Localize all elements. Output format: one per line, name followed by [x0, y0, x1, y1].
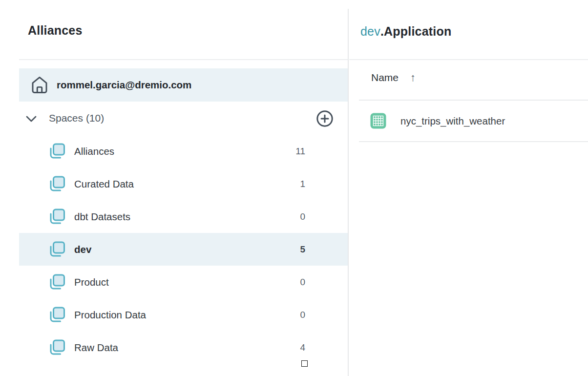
table-row-nyc-trips-with-weather[interactable]: nyc_trips_with_weather: [359, 101, 588, 141]
breadcrumb-current: .Application: [380, 24, 451, 38]
sort-ascending-icon: ↑: [410, 72, 416, 83]
space-icon: [49, 339, 65, 356]
space-item-production-data[interactable]: Production Data 0: [19, 298, 348, 331]
space-item-count: 0: [300, 211, 305, 222]
spaces-section-header: Spaces (10): [19, 109, 348, 129]
divider: [19, 59, 348, 60]
space-icon: [49, 209, 65, 225]
chevron-down-icon[interactable]: [26, 116, 37, 122]
space-item-count: 4: [300, 342, 305, 353]
plus-circle-icon: [316, 110, 334, 127]
home-item-label: rommel.garcia@dremio.com: [57, 79, 191, 91]
home-space-item[interactable]: rommel.garcia@dremio.com: [19, 68, 348, 102]
dataset-browser-panel: dev.Application Name ↑ nyc_trips_with_we…: [349, 0, 588, 376]
breadcrumb-space-link[interactable]: dev: [360, 24, 380, 38]
space-item-dbt-datasets[interactable]: dbt Datasets 0: [19, 200, 348, 233]
space-item-count: 1: [300, 179, 305, 189]
catalog-sidebar: Alliances rommel.garcia@dremio.com Space…: [0, 0, 348, 376]
space-icon: [49, 274, 65, 291]
space-item-label: Curated Data: [74, 178, 134, 190]
divider: [359, 141, 588, 142]
breadcrumb: dev.Application: [360, 24, 451, 39]
text-cursor-artifact: [301, 360, 308, 367]
space-item-alliances[interactable]: Alliances 11: [19, 135, 348, 167]
space-item-count: 0: [300, 310, 305, 320]
space-icon: [49, 143, 65, 160]
space-item-raw-data[interactable]: Raw Data 4: [19, 331, 348, 364]
space-item-label: dev: [74, 244, 91, 255]
page-title: Alliances: [28, 23, 83, 38]
dataset-name: nyc_trips_with_weather: [400, 115, 505, 127]
column-header-name[interactable]: Name ↑: [371, 72, 416, 84]
space-item-count: 0: [300, 277, 305, 288]
spaces-section-label[interactable]: Spaces (10): [49, 112, 104, 124]
space-item-dev[interactable]: dev 5: [19, 233, 348, 266]
space-item-product[interactable]: Product 0: [19, 266, 348, 298]
column-header-label: Name: [371, 72, 399, 84]
spaces-list: Alliances 11 Curated Data 1 dbt Datasets…: [19, 135, 348, 364]
dataset-table-icon: [370, 113, 386, 129]
divider: [349, 59, 588, 60]
space-item-label: Raw Data: [74, 342, 118, 354]
home-icon: [29, 74, 50, 96]
space-icon: [49, 176, 65, 192]
space-item-label: Product: [74, 276, 109, 288]
space-item-curated-data[interactable]: Curated Data 1: [19, 167, 348, 200]
add-space-button[interactable]: [316, 110, 334, 127]
space-item-count: 11: [295, 146, 305, 157]
space-item-label: Production Data: [74, 309, 146, 321]
space-icon: [49, 241, 65, 258]
space-icon: [49, 307, 65, 323]
space-item-label: dbt Datasets: [74, 211, 130, 223]
space-item-count: 5: [300, 244, 305, 255]
space-item-label: Alliances: [74, 146, 114, 157]
